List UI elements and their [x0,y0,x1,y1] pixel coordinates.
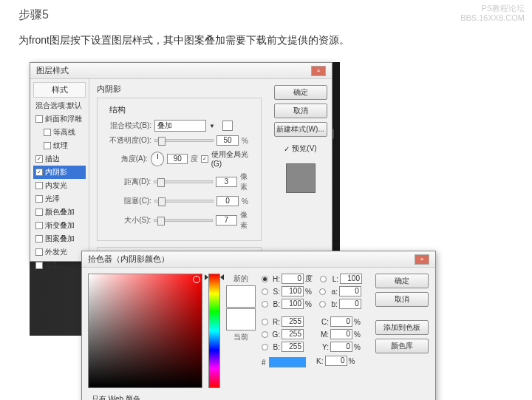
distance-input[interactable]: 3 [216,177,238,187]
sidebar-label-5: 内发光 [45,180,67,191]
sidebar-label-11: 投影 [45,260,60,271]
ok-button[interactable]: 确定 [274,85,327,100]
color-picker-dialog: 拾色器（内阴影颜色） × 新的 当前 H:0度 L:100 [81,251,436,400]
m-input[interactable]: 0 [330,329,352,339]
l-input[interactable]: 100 [340,274,362,284]
sidebar-checkbox-7[interactable] [35,209,43,216]
color-picker-cursor[interactable] [193,276,200,283]
blend-mode-select[interactable]: 叠加 [154,120,206,132]
color-picker-title: 拾色器（内阴影颜色） [88,254,169,265]
cancel-button[interactable]: 取消 [274,104,327,118]
sidebar-item-7[interactable]: 颜色叠加 [33,206,86,219]
sidebar-checkbox-8[interactable] [35,222,43,229]
blend-mode-label: 混合模式(B): [103,121,151,131]
opacity-slider[interactable] [154,139,214,142]
sidebar-checkbox-11[interactable] [35,262,43,269]
layer-style-dialog: 图层样式 × 样式 混合选项:默认 斜面和浮雕等高线纹理✓描边✓内阴影内发光光泽… [30,62,332,262]
sidebar-item-5[interactable]: 内发光 [33,179,86,192]
size-slider[interactable] [154,219,212,222]
sidebar-item-3[interactable]: ✓描边 [33,152,86,166]
sidebar-item-0[interactable]: 斜面和浮雕 [33,112,86,126]
h-radio[interactable] [262,276,268,282]
s-radio[interactable] [262,288,268,295]
angle-input[interactable]: 90 [167,154,188,164]
sidebar-checkbox-4[interactable]: ✓ [35,169,43,176]
choke-label: 阻塞(C): [103,196,151,206]
y-input[interactable]: 0 [330,342,352,352]
size-input[interactable]: 7 [216,215,238,226]
sidebar-checkbox-10[interactable] [35,248,43,256]
s-input[interactable]: 100 [282,286,304,296]
hex-input[interactable] [269,357,306,367]
b2-radio[interactable] [262,344,268,350]
choke-slider[interactable] [154,200,214,203]
sidebar-item-11[interactable]: 投影 [33,259,86,272]
structure-group-title: 结构 [106,104,129,115]
distance-label: 距离(D): [103,177,151,187]
c-input[interactable]: 0 [330,316,352,327]
sidebar-item-8[interactable]: 渐变叠加 [33,219,86,232]
r-input[interactable]: 255 [282,316,304,327]
l-radio[interactable] [320,276,327,282]
close-icon[interactable]: × [415,254,429,265]
shadow-color-swatch[interactable] [222,121,233,131]
sidebar-checkbox-3[interactable]: ✓ [35,155,43,163]
choke-input[interactable]: 0 [216,196,239,206]
current-color-label: 当前 [233,332,248,342]
sidebar-label-4: 内阴影 [45,167,67,177]
preview-thumbnail [286,163,316,193]
sidebar-item-1[interactable]: 等高线 [33,126,86,139]
sidebar-item-10[interactable]: 外发光 [33,245,86,259]
close-icon[interactable]: × [311,66,326,76]
sidebar-label-8: 渐变叠加 [45,220,75,231]
sidebar-checkbox-9[interactable] [35,235,43,243]
k-input[interactable]: 0 [325,356,347,366]
h-input[interactable]: 0 [282,274,304,284]
sidebar-item-9[interactable]: 图案叠加 [33,232,86,245]
g-input[interactable]: 255 [282,329,304,339]
opacity-label: 不透明度(O): [103,135,151,146]
distance-slider[interactable] [154,180,212,183]
a-radio[interactable] [319,288,326,295]
layer-style-sidebar: 样式 混合选项:默认 斜面和浮雕等高线纹理✓描边✓内阴影内发光光泽颜色叠加渐变叠… [30,79,89,260]
size-unit: 像素 [240,210,255,231]
cp-color-lib-button[interactable]: 颜色库 [375,339,429,353]
sidebar-item-6[interactable]: 光泽 [33,192,86,206]
cp-cancel-button[interactable]: 取消 [375,292,429,307]
color-field[interactable] [88,274,202,388]
sidebar-checkbox-0[interactable] [35,115,43,123]
watermark-line2: BBS.16XX8.COM [460,13,525,23]
web-only-label: 只有 Web 颜色 [92,394,140,400]
r-radio[interactable] [262,319,268,325]
sidebar-checkbox-5[interactable] [35,182,43,189]
sidebar-styles-title[interactable]: 样式 [33,82,86,98]
hue-slider[interactable] [208,274,220,388]
angle-dial[interactable] [151,152,165,166]
a-input[interactable]: 0 [339,286,361,296]
opacity-unit: % [242,137,248,145]
cp-add-swatch-button[interactable]: 添加到色板 [375,320,429,335]
opacity-input[interactable]: 50 [216,135,239,146]
sidebar-checkbox-1[interactable] [44,129,51,136]
new-style-button[interactable]: 新建样式(W)... [274,122,327,137]
sidebar-label-7: 颜色叠加 [45,207,75,217]
sidebar-checkbox-6[interactable] [35,195,43,203]
sidebar-item-4[interactable]: ✓内阴影 [33,166,86,179]
layer-style-title: 图层样式 [36,65,69,76]
global-light-checkbox[interactable]: ✓ [201,155,208,163]
sidebar-blend-defaults[interactable]: 混合选项:默认 [33,99,86,112]
sidebar-label-9: 图案叠加 [45,234,75,244]
sidebar-checkbox-2[interactable] [44,142,51,149]
bb-radio[interactable] [319,301,326,308]
b-input[interactable]: 100 [282,299,304,309]
bb-input[interactable]: 0 [339,299,361,309]
sidebar-item-2[interactable]: 纹理 [33,139,86,152]
angle-unit: 度 [191,154,198,164]
b-radio[interactable] [262,301,268,308]
g-radio[interactable] [262,331,268,338]
preview-checkbox[interactable]: ✓ [284,145,290,153]
cp-ok-button[interactable]: 确定 [375,274,429,288]
b2-input[interactable]: 255 [282,342,304,352]
hex-label: # [262,359,266,367]
step-title: 步骤5 [18,7,514,23]
